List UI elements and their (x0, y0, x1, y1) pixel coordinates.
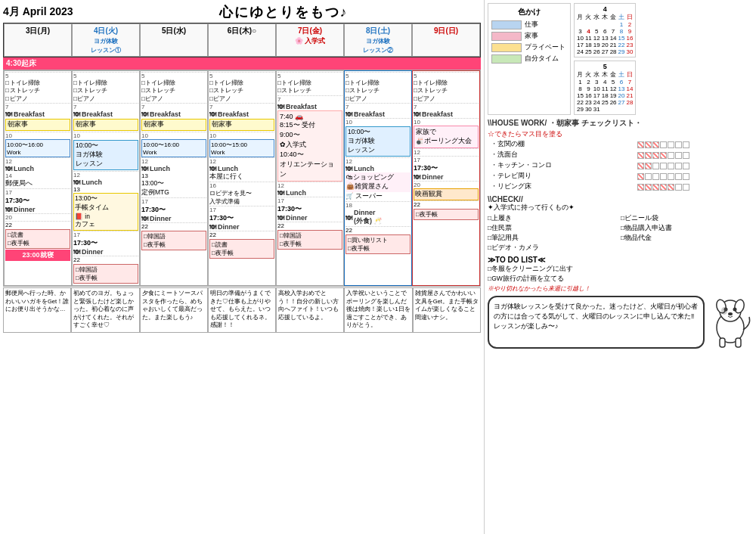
reading-6: □読書□夜手帳 (209, 239, 274, 259)
time-5-9: 5 (414, 72, 479, 79)
hw-label-washroom: ・洗面台 (488, 150, 637, 160)
col-9sun: 9日(日) (412, 23, 480, 57)
lunch-5: 🍽Lunch (141, 165, 206, 172)
month-title: 4月 April 2023 (3, 5, 86, 19)
note-7: 高校入学おめでとう！！自分の新しい方向へファイト！いつも応援しているよ。 (276, 287, 344, 333)
meeting-5: 13:00〜定例MTG (141, 179, 206, 197)
todo-2: □GW旅行の計画を立てる (488, 275, 753, 284)
breakfast-6: 🍽Breakfast (209, 110, 274, 118)
dinner-time-4: 17:30〜 (73, 238, 138, 248)
supermarket-8: 🛒 スーパー (345, 192, 411, 201)
time-7-7: 7 (277, 95, 342, 103)
movie-9: 映画観賞 (414, 188, 479, 200)
video-6: ロビデオを見〜入学式準備 (209, 189, 274, 206)
task-piano-3: □ピアノ (5, 95, 70, 103)
label-self: 自分タイム (525, 54, 559, 64)
day-cells-row: 5 □トイレ掃除 □ストレッチ □ピアノ 7 🍽Breakfast 朝家事 10… (3, 70, 481, 287)
dinner-time-9: 17:30〜 (414, 163, 479, 173)
breakfast-3: 🍽Breakfast (5, 110, 70, 118)
time-5-8: 5 (345, 72, 411, 79)
day-cell-6: 5 □トイレ掃除 □ストレッチ □ピアノ 7 🍽Breakfast 朝家事 10… (208, 70, 276, 286)
note-9: 雑貨屋さんでかわいい文具をGet。また手帳タイムが楽しくなること間違いナシ。 (413, 287, 481, 333)
hw-row-kitchen: ・キッチン・コンロ (488, 160, 753, 171)
checklist-subtitle: ✦入学式に持って行くもの✦ (488, 203, 753, 213)
time-17-6: 17 (209, 206, 274, 213)
mini-calendars: 4 月火水木金土日 12 3456789 10111213141516 1718… (574, 3, 636, 115)
dinner-time-5: 17:30〜 (141, 205, 206, 215)
reading-4: □韓国語□夜手帳 (73, 264, 138, 284)
time-17-7: 17 (277, 197, 342, 204)
task-stretch-9: □ストレッチ (414, 87, 479, 95)
hw-boxes-genkan (637, 139, 753, 150)
task-toilet-6: □トイレ掃除 (209, 79, 274, 87)
right-panel: 色かけ 仕事 家事 プライベート 自分タイム (484, 0, 756, 534)
breakfast-8: 🍽Breakfast (345, 110, 411, 118)
hw-boxes-living (637, 182, 753, 192)
time-22-7: 22 (277, 222, 342, 229)
todo-1: □冬服をクリーニングに出す (488, 265, 753, 274)
dinner-8: 🍽Dinner(外食) 🥂 (345, 209, 411, 226)
dinner-6: 🍽Dinner (209, 223, 274, 231)
task-toilet-9: □トイレ掃除 (414, 79, 479, 87)
time-7-4: 7 (73, 103, 138, 110)
checklist-title: \\CHECK// (488, 195, 753, 203)
task-stretch-4: □ストレッチ (73, 87, 138, 95)
svg-point-5 (733, 308, 737, 312)
bottom-right: ヨガ体験レッスンを受けて良かった。迷ったけど、火曜日が初心者の方には合ってる気が… (488, 296, 753, 349)
dinner-9: 🍽Dinner (414, 173, 479, 181)
time-5-6: 5 (209, 72, 274, 79)
wakeup-row: 4:30起床 (3, 57, 481, 70)
time-10-8: 10 (345, 118, 411, 126)
lunch-7: 🍽Lunch (277, 189, 342, 197)
dinner-5: 🍽Dinner (141, 215, 206, 222)
mini-april-header: 4 (576, 5, 634, 13)
check-residence: □住民票 (488, 224, 620, 233)
yoga-8: 10:00〜ヨガ体験レッスン (345, 126, 411, 157)
notebook-time-4: 13:00〜手帳タイム📕 inカフェ (73, 193, 138, 231)
svg-rect-7 (720, 338, 725, 347)
main-title: 心にゆとりをもつ♪ (86, 3, 481, 21)
time-18-8: 18 (345, 201, 411, 209)
morning-chores-6: 朝家事 (209, 119, 274, 131)
check-purchase-form: □物品購入申込書 (621, 224, 753, 233)
note-5: 夕食にミートソースパスタを作ったら、めちゃおいしくて最高だった。また楽しもう♪ (140, 287, 208, 333)
reading-9: □夜手帳 (414, 209, 479, 220)
swatch-self (491, 54, 522, 64)
task-toilet-7: □トイレ掃除 (277, 79, 342, 87)
time-22-4: 22 (73, 256, 138, 263)
time-12-9: 12 (414, 148, 479, 156)
col-7fri: 7日(金)🌸 入学式 (276, 23, 344, 57)
bedtime-3: 23:00就寝 (5, 250, 70, 261)
note-3: 郵便局へ行った時、かわいいハガキをGet！誰にお便り出そうかな… (3, 287, 71, 333)
hw-boxes-tv (637, 171, 753, 182)
time-12-7: 12 (277, 182, 342, 189)
dinner-7: 🍽Dinner (277, 214, 342, 222)
dog-svg (708, 296, 753, 349)
lunch-8: 🍽Lunch (345, 165, 411, 172)
breakfast-4: 🍽Breakfast (73, 110, 138, 118)
task-stretch-5: □ストレッチ (141, 87, 206, 95)
time-20: 20 (5, 213, 70, 221)
breakfast-7: 🍽Breakfast (277, 103, 342, 110)
checklist-grid: □上履き □ビニール袋 □住民票 □物品購入申込書 □筆記用具 □物品代金 □ビ… (488, 214, 753, 253)
hw-row-washroom: ・洗面台 (488, 150, 753, 160)
time-12-4: 12 (73, 171, 138, 179)
hw-label-kitchen: ・キッチン・コンロ (488, 160, 637, 171)
dinner-time-3: 17:30〜 (5, 196, 70, 206)
time-7-9: 7 (414, 103, 479, 110)
mini-may-header: 5 (576, 63, 634, 70)
legend-self: 自分タイム (491, 54, 567, 64)
work-5: 10:00〜16:00Work (141, 139, 206, 157)
task-piano-9: □ピアノ (414, 95, 479, 103)
dinner-3: 🍽Dinner (5, 206, 70, 213)
time-5: 5 (5, 72, 70, 79)
col-5wed: 5日(水) (140, 23, 208, 57)
ceremony-schedule-7: 7:40 🚗8:15〜 受付9:00〜✿入学式10:40〜オリエンテーション (277, 110, 342, 182)
shopping-8: 🛍ショッピング👜雑貨屋さん (345, 172, 411, 192)
legend-work: 仕事 (491, 20, 567, 29)
time-22-5: 22 (141, 222, 206, 230)
dog-illustration (708, 296, 753, 349)
day-cell-5: 5 □トイレ掃除 □ストレッチ □ピアノ 7 🍽Breakfast 朝家事 10… (140, 70, 208, 286)
time-16-6: 16 (209, 182, 274, 189)
hw-label-genkan: ・玄関の棚 (488, 139, 637, 150)
